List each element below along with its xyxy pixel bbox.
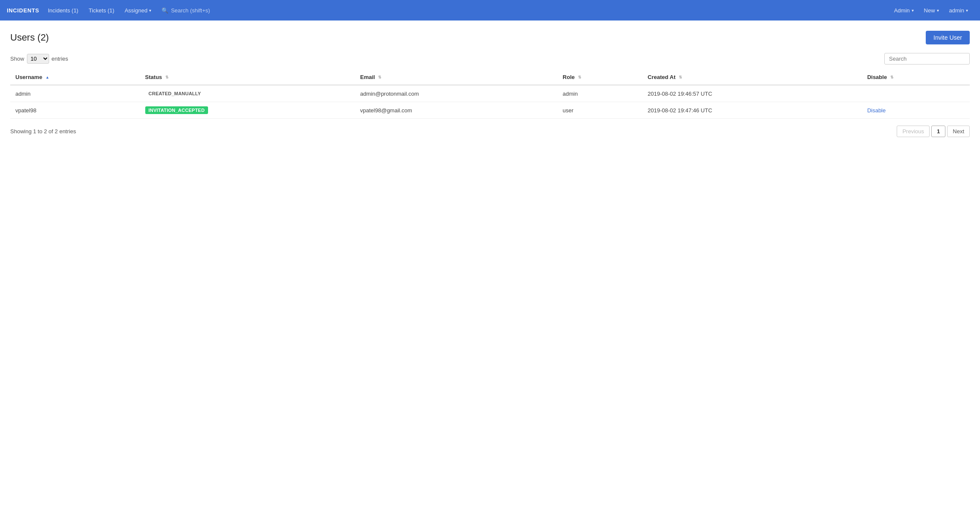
table-search [884,53,970,64]
cell-disable [862,85,970,102]
navbar-item-admin[interactable]: Admin ▾ [889,0,919,21]
cell-status: INVITATION_ACCEPTED [140,102,355,119]
navbar-item-incidents[interactable]: Incidents (1) [43,0,84,21]
pagination-controls: Previous 1 Next [897,126,970,137]
created-at-sort-icon: ⇅ [679,76,682,79]
col-email[interactable]: Email ⇅ [355,70,557,85]
new-caret-icon: ▾ [937,8,939,13]
table-controls: Show 10 25 50 100 entries [10,53,970,64]
navbar-item-assigned[interactable]: Assigned ▾ [120,0,156,21]
table-header-row: Username ▲ Status ⇅ Email ⇅ [10,70,970,85]
cell-created-at: 2019-08-02 19:47:46 UTC [643,102,862,119]
data-table: Username ▲ Status ⇅ Email ⇅ [10,70,970,119]
navbar-brand[interactable]: INCIDENTS [7,7,39,14]
entries-label: entries [52,56,68,62]
cell-role: user [557,102,643,119]
table-row: admin CREATED_MANUALLY admin@protonmail.… [10,85,970,102]
show-label: Show [10,56,24,62]
table-row: vpatel98 INVITATION_ACCEPTED vpatel98@gm… [10,102,970,119]
main-content: Users (2) Invite User Show 10 25 50 100 … [0,21,980,516]
username-sort-icon: ▲ [46,76,50,79]
status-badge: INVITATION_ACCEPTED [145,106,208,114]
col-disable[interactable]: Disable ⇅ [862,70,970,85]
next-button[interactable]: Next [947,126,970,137]
admin-caret-icon: ▾ [912,8,914,13]
page-header: Users (2) Invite User [10,31,970,44]
assigned-caret-icon: ▾ [149,8,151,13]
cell-username: vpatel98 [10,102,140,119]
search-icon: 🔍 [161,7,168,14]
disable-link[interactable]: Disable [867,107,886,114]
navbar-search[interactable]: 🔍 Search (shift+s) [156,7,215,14]
page-title: Users (2) [10,32,49,43]
status-sort-icon: ⇅ [165,76,169,79]
col-status[interactable]: Status ⇅ [140,70,355,85]
navbar-item-tickets[interactable]: Tickets (1) [83,0,119,21]
col-role[interactable]: Role ⇅ [557,70,643,85]
previous-button[interactable]: Previous [897,126,930,137]
email-sort-icon: ⇅ [378,76,381,79]
cell-username: admin [10,85,140,102]
show-entries: Show 10 25 50 100 entries [10,54,68,64]
navbar: INCIDENTS Incidents (1) Tickets (1) Assi… [0,0,980,21]
cell-disable: Disable [862,102,970,119]
cell-email: vpatel98@gmail.com [355,102,557,119]
pagination-info: Showing 1 to 2 of 2 entries [10,128,76,135]
role-sort-icon: ⇅ [578,76,581,79]
status-badge: CREATED_MANUALLY [145,90,205,97]
page-1-button[interactable]: 1 [931,126,945,137]
invite-user-button[interactable]: Invite User [926,31,970,44]
entries-select[interactable]: 10 25 50 100 [27,54,49,64]
navbar-right: Admin ▾ New ▾ admin ▾ [889,0,973,21]
cell-email: admin@protonmail.com [355,85,557,102]
navbar-item-user[interactable]: admin ▾ [944,0,973,21]
col-created-at[interactable]: Created At ⇅ [643,70,862,85]
col-username[interactable]: Username ▲ [10,70,140,85]
cell-role: admin [557,85,643,102]
table-body: admin CREATED_MANUALLY admin@protonmail.… [10,85,970,119]
disable-sort-icon: ⇅ [890,76,894,79]
user-caret-icon: ▾ [966,8,968,13]
cell-status: CREATED_MANUALLY [140,85,355,102]
navbar-item-new[interactable]: New ▾ [919,0,944,21]
pagination-row: Showing 1 to 2 of 2 entries Previous 1 N… [10,126,970,137]
cell-created-at: 2019-08-02 19:46:57 UTC [643,85,862,102]
search-input[interactable] [884,53,970,64]
